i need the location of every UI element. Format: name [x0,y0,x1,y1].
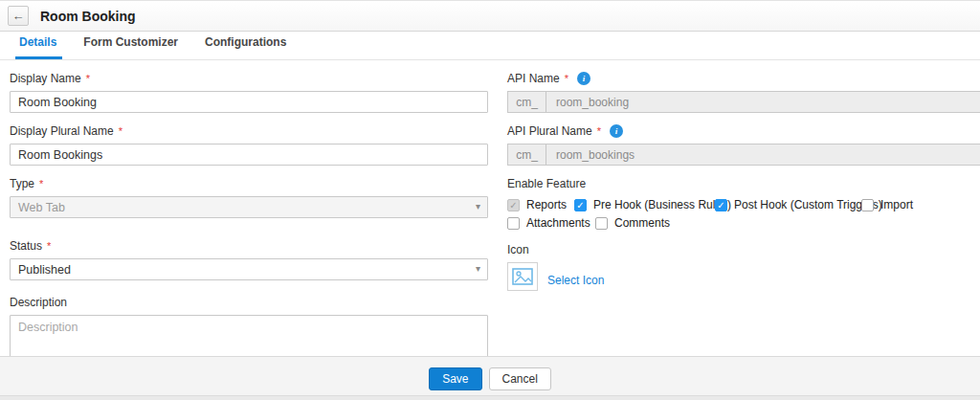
icon-label-text: Icon [507,243,529,256]
required-marker: * [39,179,43,189]
checkbox-pre-hook[interactable]: ✓ Pre Hook (Business Rules) [574,198,715,211]
api-plural-name-field-group: API Plural Name * i cm_ room_bookings [507,124,980,166]
api-name-label-text: API Name [507,72,560,85]
checkbox-label: Post Hook (Custom Triggers) [734,198,882,211]
status-label-text: Status [10,239,42,253]
info-icon[interactable]: i [577,72,590,85]
display-plural-name-input[interactable] [10,144,488,166]
info-icon[interactable]: i [610,124,623,138]
display-plural-name-label-text: Display Plural Name [10,124,114,138]
api-name-label: API Name * i [507,72,980,85]
checkbox-import[interactable]: ✓ Import [861,198,913,211]
checkbox-label: Import [880,198,913,211]
display-name-input[interactable] [10,91,488,113]
type-label-text: Type [10,177,34,190]
image-placeholder-icon [512,268,533,285]
icon-field-group: Icon Select Icon [507,243,980,291]
bottom-edge-strip [0,395,980,400]
display-name-label: Display Name * [10,72,488,85]
footer-action-bar: Save Cancel [0,356,980,400]
api-plural-name-label: API Plural Name * i [507,124,980,138]
checkbox-label: Attachments [526,216,590,230]
display-name-label-text: Display Name [10,72,81,85]
checkbox-post-hook[interactable]: ✓ Post Hook (Custom Triggers) [715,198,861,211]
form-right-column: API Name * i cm_ room_booking API Plural… [507,72,980,291]
page-title: Room Booking [40,9,136,24]
api-name-prefix: cm_ [508,92,546,112]
required-marker: * [47,241,51,251]
tab-details[interactable]: Details [15,29,62,59]
status-field-group: Status * Published ▾ [10,239,488,280]
required-marker: * [565,74,568,83]
form-left-column: Display Name * Display Plural Name * Typ… [10,72,488,385]
chevron-down-icon: ▾ [476,201,480,211]
api-name-input-group: cm_ room_booking [507,91,980,113]
api-name-field-group: API Name * i cm_ room_booking [507,72,980,113]
page-header: ← Room Booking [0,0,980,32]
api-plural-name-input-group: cm_ room_bookings [507,144,980,166]
cancel-button[interactable]: Cancel [489,367,551,390]
display-plural-name-label: Display Plural Name * [10,124,488,138]
required-marker: * [119,126,122,136]
checkbox-icon: ✓ [595,217,608,230]
display-name-field-group: Display Name * [10,72,488,113]
chevron-down-icon: ▾ [476,263,480,274]
back-arrow-icon: ← [12,10,25,22]
save-button[interactable]: Save [429,367,481,390]
tab-form-customizer[interactable]: Form Customizer [79,29,184,59]
description-label: Description [10,296,488,309]
tab-configurations[interactable]: Configurations [201,29,292,59]
details-form: Display Name * Display Plural Name * Typ… [0,60,980,356]
icon-picker: Select Icon [507,262,980,291]
required-marker: * [597,126,601,136]
icon-label: Icon [507,243,980,256]
status-select[interactable]: Published ▾ [10,258,488,280]
api-plural-name-label-text: API Plural Name [507,124,592,138]
checkbox-icon: ✓ [507,217,520,230]
type-label: Type * [10,177,488,190]
checkbox-icon: ✓ [861,199,874,211]
checkbox-icon: ✓ [507,199,520,211]
api-name-value: room_booking [546,92,980,112]
api-plural-name-prefix: cm_ [508,144,546,165]
enable-feature-label: Enable Feature [507,177,980,190]
tab-bar: Details Form Customizer Configurations [0,32,980,60]
display-plural-name-field-group: Display Plural Name * [10,124,488,166]
checkbox-icon: ✓ [715,199,727,211]
checkbox-label: Reports [526,198,567,211]
enable-feature-row-1: ✓ Reports ✓ Pre Hook (Business Rules) ✓ … [507,198,980,211]
checkbox-attachments[interactable]: ✓ Attachments [507,216,595,230]
checkbox-comments[interactable]: ✓ Comments [595,216,670,230]
status-label: Status * [10,239,488,253]
enable-feature-label-text: Enable Feature [507,177,586,190]
enable-feature-group: Enable Feature ✓ Reports ✓ Pre Hook (Bus… [507,177,980,230]
checkbox-icon: ✓ [574,199,587,211]
type-select: Web Tab ▾ [10,196,488,218]
type-field-group: Type * Web Tab ▾ [10,177,488,218]
description-label-text: Description [10,296,67,309]
icon-preview-box[interactable] [507,262,538,291]
checkbox-label: Comments [614,216,670,230]
api-plural-name-value: room_bookings [546,144,980,165]
required-marker: * [86,74,90,83]
checkbox-reports: ✓ Reports [507,198,574,211]
type-select-value: Web Tab [18,201,65,214]
select-icon-link[interactable]: Select Icon [547,274,604,287]
enable-feature-row-2: ✓ Attachments ✓ Comments [507,216,980,230]
back-button[interactable]: ← [8,6,29,26]
checkbox-label: Pre Hook (Business Rules) [593,198,731,211]
status-select-value: Published [18,263,71,277]
